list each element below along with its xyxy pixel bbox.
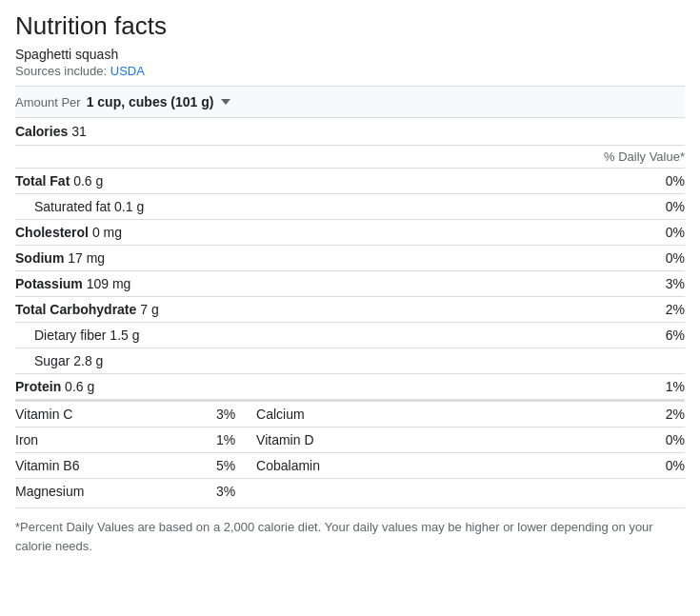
vitamin-label2: Vitamin D [256,427,457,453]
vitamin-label: Magnesium [15,479,216,505]
nutrient-row: Total Fat 0.6 g0% [15,169,685,194]
source-link[interactable]: USDA [110,64,145,78]
nutrient-dv: 6% [606,323,685,348]
nutrient-label: Total Carbohydrate 7 g [15,297,606,323]
nutrient-row: Sugar 2.8 g [15,348,685,374]
vitamin-label: Vitamin C [15,402,216,427]
amount-per-value: 1 cup, cubes (101 g) [87,94,214,109]
nutrient-row: Total Carbohydrate 7 g2% [15,297,685,323]
sources-label: Sources include: [15,64,107,78]
vitamin-pct: 1% [216,427,256,453]
vitamin-pct: 3% [216,479,256,505]
nutrient-dv: 0% [606,246,685,271]
page-title: Nutrition facts [15,11,685,41]
daily-value-header: % Daily Value* [15,146,685,168]
nutrient-label: Cholesterol 0 mg [15,220,606,246]
nutrient-dv: 2% [606,297,685,323]
vitamin-pct: 3% [216,402,256,427]
nutrient-dv: 0% [606,220,685,246]
vitamin-row: Vitamin C3%Calcium2% [15,402,685,427]
vitamin-pct2 [457,479,685,505]
nutrient-label: Dietary fiber 1.5 g [15,323,606,348]
vitamin-label2: Calcium [256,402,457,427]
vitamin-pct2: 2% [457,402,685,427]
nutrient-dv: 1% [606,374,685,400]
nutrient-dv [606,348,685,374]
calories-row: Calories 31 [15,118,685,145]
nutrient-label: Total Fat 0.6 g [15,169,606,194]
calories-label: Calories [15,124,68,139]
sources-line: Sources include: USDA [15,64,685,78]
nutrient-row: Protein 0.6 g1% [15,374,685,400]
vitamin-label2 [256,479,457,505]
vitamin-label2: Cobalamin [256,453,457,479]
amount-per-label: Amount Per [15,95,81,109]
amount-per-dropdown-icon[interactable] [221,99,230,105]
vitamins-section: Vitamin C3%Calcium2%Iron1%Vitamin D0%Vit… [15,399,685,504]
vitamin-row: Iron1%Vitamin D0% [15,427,685,453]
nutrient-label: Sodium 17 mg [15,246,606,271]
nutrient-dv: 0% [606,194,685,220]
vitamin-row: Vitamin B65%Cobalamin0% [15,453,685,479]
amount-per-row: Amount Per 1 cup, cubes (101 g) [15,87,685,117]
nutrient-label: Saturated fat 0.1 g [15,194,606,220]
vitamin-pct2: 0% [457,427,685,453]
disclaimer: *Percent Daily Values are based on a 2,0… [15,507,685,559]
nutrient-row: Potassium 109 mg3% [15,271,685,297]
vitamins-table: Vitamin C3%Calcium2%Iron1%Vitamin D0%Vit… [15,402,685,504]
vitamin-label: Vitamin B6 [15,453,216,479]
vitamin-pct2: 0% [457,453,685,479]
nutrient-row: Dietary fiber 1.5 g6% [15,323,685,348]
food-name: Spaghetti squash [15,47,685,62]
vitamin-label: Iron [15,427,216,453]
nutrient-dv: 3% [606,271,685,297]
nutrient-row: Sodium 17 mg0% [15,246,685,271]
nutrient-label: Potassium 109 mg [15,271,606,297]
vitamin-row: Magnesium3% [15,479,685,505]
calories-value: 31 [71,124,87,139]
nutrient-row: Saturated fat 0.1 g0% [15,194,685,220]
nutrient-row: Cholesterol 0 mg0% [15,220,685,246]
nutrient-label: Protein 0.6 g [15,374,606,400]
nutrient-label: Sugar 2.8 g [15,348,606,374]
nutrient-table: Total Fat 0.6 g0%Saturated fat 0.1 g0%Ch… [15,168,685,399]
vitamin-pct: 5% [216,453,256,479]
nutrient-dv: 0% [606,169,685,194]
